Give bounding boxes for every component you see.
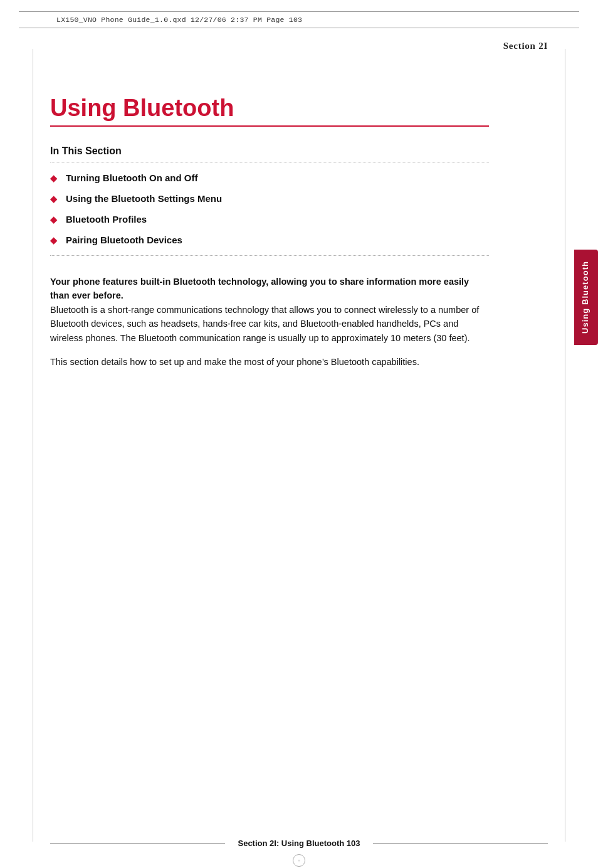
list-item-label: Using the Bluetooth Settings Menu	[66, 193, 222, 204]
page-container: LX150_VNO Phone Guide_1.0.qxd 12/27/06 2…	[0, 11, 598, 868]
diamond-icon: ◆	[50, 235, 57, 245]
body-paragraph-1-text: Bluetooth is a short-range communication…	[50, 305, 479, 343]
list-item-label: Bluetooth Profiles	[66, 214, 147, 225]
list-item: ◆ Using the Bluetooth Settings Menu	[50, 193, 489, 204]
bottom-registration-mark: +	[293, 854, 305, 867]
bullet-list: ◆ Turning Bluetooth On and Off ◆ Using t…	[50, 172, 489, 245]
main-content: Using Bluetooth In This Section ◆ Turnin…	[0, 70, 539, 417]
section-label: Section 2I	[0, 41, 598, 51]
footer-text: Section 2I: Using Bluetooth 103	[238, 839, 360, 848]
diamond-icon: ◆	[50, 214, 57, 225]
footer-line-left	[50, 843, 225, 844]
header-text: LX150_VNO Phone Guide_1.0.qxd 12/27/06 2…	[56, 16, 302, 24]
list-item: ◆ Bluetooth Profiles	[50, 214, 489, 225]
header-bar: LX150_VNO Phone Guide_1.0.qxd 12/27/06 2…	[19, 11, 579, 28]
footer-line-right	[373, 843, 548, 844]
diamond-icon: ◆	[50, 194, 57, 204]
in-this-section-heading: In This Section	[50, 146, 489, 157]
page-title: Using Bluetooth	[50, 95, 489, 122]
body-paragraph-1: Your phone features built-in Bluetooth t…	[50, 275, 489, 345]
title-underline	[50, 125, 489, 127]
body-paragraph-2: This section details how to set up and m…	[50, 355, 489, 369]
margin-line-right	[565, 49, 565, 842]
dotted-line-bottom	[50, 255, 489, 256]
list-item-label: Turning Bluetooth On and Off	[66, 172, 198, 183]
diamond-icon: ◆	[50, 173, 57, 183]
list-item: ◆ Pairing Bluetooth Devices	[50, 235, 489, 245]
dotted-line-top	[50, 162, 489, 162]
sidebar-tab: Using Bluetooth	[574, 250, 598, 345]
list-item: ◆ Turning Bluetooth On and Off	[50, 172, 489, 183]
margin-line-left	[33, 49, 33, 842]
body-bold-intro: Your phone features built-in Bluetooth t…	[50, 277, 469, 300]
footer: Section 2I: Using Bluetooth 103	[0, 839, 598, 848]
reg-mark-bottom: +	[293, 854, 305, 867]
list-item-label: Pairing Bluetooth Devices	[66, 235, 182, 245]
